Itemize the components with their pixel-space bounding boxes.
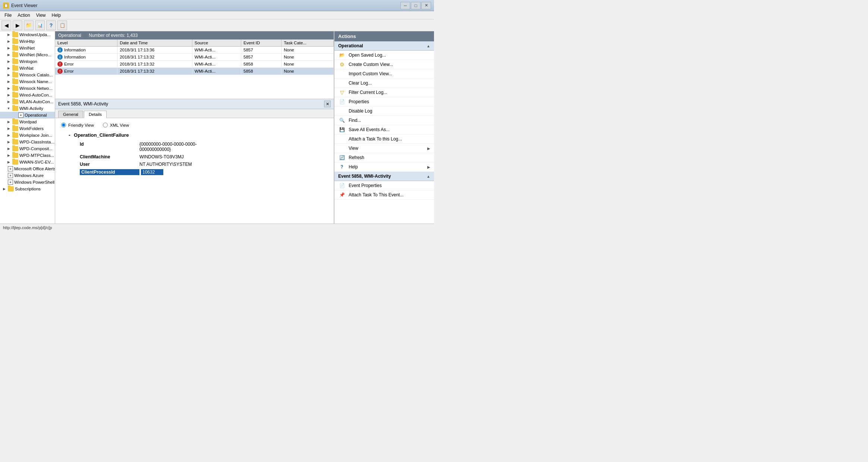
sidebar-item-wininet[interactable]: ▶ WinINet <box>0 45 55 51</box>
field-key-id: Id <box>80 142 139 147</box>
radio-xml-label: XML View <box>110 123 129 127</box>
title-bar: 📋 Event Viewer ─ □ ✕ <box>0 0 434 11</box>
field-key-user: User <box>80 162 139 167</box>
col-taskcat[interactable]: Task Cate... <box>282 39 334 47</box>
action-help[interactable]: ? Help ▶ <box>334 162 434 172</box>
back-button[interactable]: ◀ <box>1 20 11 30</box>
actions-section-event5858[interactable]: Event 5858, WMI-Activity ▲ <box>334 172 434 181</box>
show-hide-button[interactable]: 📊 <box>35 20 45 30</box>
detail-close-button[interactable]: ✕ <box>324 101 331 107</box>
sidebar-item-wpd-class[interactable]: ▶ WPD-ClassInsta... <box>0 139 55 145</box>
col-level[interactable]: Level <box>55 39 117 47</box>
sidebar-item-wordpad[interactable]: ▶ Wordpad <box>0 118 55 125</box>
menu-file[interactable]: File <box>1 12 15 19</box>
radio-friendly-input[interactable] <box>61 123 66 127</box>
sidebar-item-label: WinNat <box>19 66 34 70</box>
tab-details[interactable]: Details <box>84 111 107 118</box>
sidebar-item-windows-azure[interactable]: ≡ Windows Azure <box>0 172 55 179</box>
sidebar-item-winsock-name[interactable]: ▶ Winsock Name... <box>0 78 55 85</box>
sidebar-item-wpd-mtp[interactable]: ▶ WPD-MTPClass... <box>0 152 55 159</box>
events-header: Operational Number of events: 1,433 <box>55 31 334 39</box>
table-row[interactable]: ! Error 2018/3/1 17:13:32 WMI-Acti... 58… <box>55 68 334 75</box>
sidebar-item-winlogon[interactable]: ▶ Winlogon <box>0 58 55 65</box>
maximize-button[interactable]: □ <box>411 2 421 9</box>
actions-section-operational[interactable]: Operational ▲ <box>334 41 434 51</box>
action-view[interactable]: View ▶ <box>334 144 434 153</box>
col-source[interactable]: Source <box>192 39 241 47</box>
arrow-icon: ▶ <box>427 146 430 151</box>
sidebar-item-wmi-activity[interactable]: ▼ WMI-Activity <box>0 105 55 112</box>
folder-button[interactable]: 📁 <box>24 20 34 30</box>
sidebar-item-label: WPD-MTPClass... <box>19 153 54 158</box>
detail-row-clientmachine: ClientMachine WINDOWS-TG9V3MJ <box>80 154 328 159</box>
action-attach-task-log[interactable]: Attach a Task To this Log... <box>334 135 434 144</box>
table-row[interactable]: i Information 2018/3/1 17:13:36 WMI-Acti… <box>55 47 334 54</box>
expand-icon: ▶ <box>6 45 11 51</box>
detail-tabs: General Details <box>55 109 334 118</box>
sidebar-item-wwan-svc[interactable]: ▶ WWAN-SVC-EV... <box>0 159 55 165</box>
sidebar-item-label: WWAN-SVC-EV... <box>19 160 54 164</box>
field-value-clientmachine: WINDOWS-TG9V3MJ <box>139 154 328 159</box>
radio-friendly-view[interactable]: Friendly View <box>61 123 94 127</box>
event-detail: Event 5858, WMI-Activity ✕ General Detai… <box>55 99 334 224</box>
minimize-button[interactable]: ─ <box>400 2 410 9</box>
action-open-saved-log[interactable]: 📂 Open Saved Log... <box>334 51 434 60</box>
taskcat-cell: None <box>282 61 334 68</box>
col-datetime[interactable]: Date and Time <box>117 39 192 47</box>
radio-xml-view[interactable]: XML View <box>103 123 129 127</box>
sidebar-item-ms-office[interactable]: ≡ Microsoft Office Alerts <box>0 165 55 172</box>
refresh-icon: 🔄 <box>338 155 346 161</box>
expand-icon: ▶ <box>6 72 11 77</box>
datetime-cell: 2018/3/1 17:13:32 <box>117 61 192 68</box>
sidebar-item-wired-autocon[interactable]: ▶ Wired-AutoCon... <box>0 92 55 98</box>
action-label: Refresh <box>349 155 364 160</box>
close-button[interactable]: ✕ <box>421 2 431 9</box>
action-clear-log[interactable]: Clear Log... <box>334 79 434 88</box>
action-filter-current-log[interactable]: ▽ Filter Current Log... <box>334 88 434 97</box>
sidebar-item-operational[interactable]: ≡ Operational <box>0 112 55 118</box>
forward-button[interactable]: ▶ <box>13 20 22 30</box>
col-eventid[interactable]: Event ID <box>241 39 281 47</box>
action-find[interactable]: 🔍 Find... <box>334 116 434 125</box>
menu-action[interactable]: Action <box>15 12 33 19</box>
action-attach-task-event[interactable]: 📌 Attach Task To This Event... <box>334 190 434 200</box>
action-properties[interactable]: 📄 Properties <box>334 97 434 107</box>
action-save-all-events[interactable]: 💾 Save All Events As... <box>334 125 434 135</box>
detail-row-clientprocessid[interactable]: ClientProcessId 10632 <box>80 169 328 175</box>
action-event-properties[interactable]: 📄 Event Properties <box>334 181 434 190</box>
datetime-cell: 2018/3/1 17:13:36 <box>117 47 192 54</box>
sidebar-item-wpd-comp[interactable]: ▶ WPD-Composit... <box>0 145 55 152</box>
action-import-custom-view[interactable]: Import Custom View... <box>334 69 434 79</box>
action-disable-log[interactable]: Disable Log <box>334 107 434 116</box>
sidebar-item-workfolders[interactable]: ▶ WorkFolders <box>0 125 55 132</box>
sidebar-item-subscriptions[interactable]: ▶ Subscriptions <box>0 186 55 192</box>
sidebar-item-winhttp[interactable]: ▶ WinHttp <box>0 38 55 45</box>
chevron-up-icon: ▲ <box>427 174 430 178</box>
sidebar-item-winsock-netw[interactable]: ▶ Winsock Netwo... <box>0 85 55 92</box>
sidebar-item-windows-powershell[interactable]: ≡ Windows PowerShell <box>0 179 55 186</box>
status-bar: http://ljtep.code.ms/p[d]/c[p <box>0 224 434 231</box>
action-refresh[interactable]: 🔄 Refresh <box>334 153 434 162</box>
sidebar-item-label: WLAN-AutoCon... <box>19 99 53 104</box>
radio-xml-input[interactable] <box>103 123 108 127</box>
sidebar-item-winnat[interactable]: ▶ WinNat <box>0 65 55 72</box>
sidebar-item-label: WinINet (Micro... <box>19 53 51 57</box>
action-create-custom-view[interactable]: ⚙ Create Custom View... <box>334 60 434 69</box>
main-layout: ▶ WindowsUpda... ▶ WinHttp ▶ WinINet ▶ W… <box>0 31 434 224</box>
sidebar-item-workplace-join[interactable]: ▶ Workplace Join... <box>0 132 55 139</box>
table-row[interactable]: ! Error 2018/3/1 17:13:32 WMI-Acti... 58… <box>55 61 334 68</box>
expand-icon: ▶ <box>6 92 11 98</box>
sidebar-item-windowsupdate[interactable]: ▶ WindowsUpda... <box>0 31 55 38</box>
menu-help[interactable]: Help <box>49 12 64 19</box>
sidebar-item-wininet-micro[interactable]: ▶ WinINet (Micro... <box>0 51 55 58</box>
expand-icon: ▶ <box>6 32 11 37</box>
menu-view[interactable]: View <box>33 12 49 19</box>
folder-icon <box>12 32 18 37</box>
view-button[interactable]: 📋 <box>57 20 67 30</box>
help-button[interactable]: ? <box>46 20 56 30</box>
arrow-icon: ▶ <box>427 165 430 169</box>
table-row[interactable]: i Information 2018/3/1 17:13:32 WMI-Acti… <box>55 54 334 61</box>
sidebar-item-winsock-catalog[interactable]: ▶ Winsock Catalo... <box>0 72 55 78</box>
sidebar-item-wlan-autocon[interactable]: ▶ WLAN-AutoCon... <box>0 98 55 105</box>
tab-general[interactable]: General <box>58 111 83 118</box>
